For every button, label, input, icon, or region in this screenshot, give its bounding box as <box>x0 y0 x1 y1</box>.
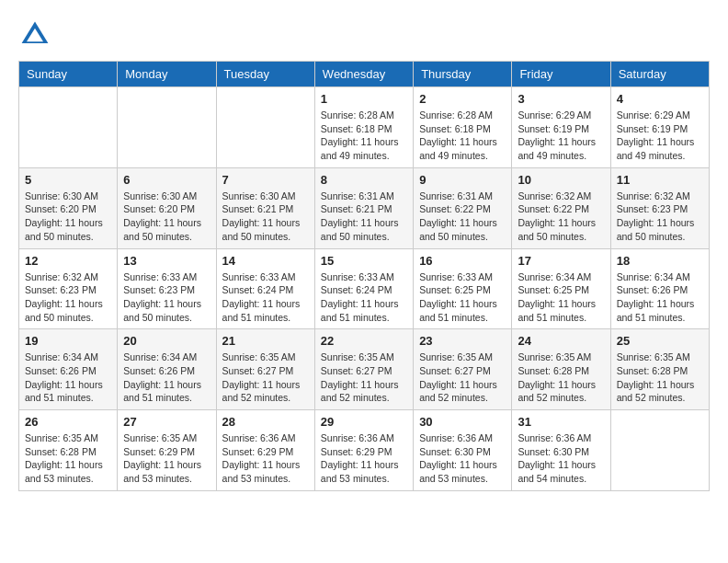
calendar-cell: 27Sunrise: 6:35 AM Sunset: 6:29 PM Dayli… <box>118 410 216 491</box>
day-info: Sunrise: 6:32 AM Sunset: 6:23 PM Dayligh… <box>25 270 111 325</box>
day-number: 20 <box>123 334 210 348</box>
day-info: Sunrise: 6:35 AM Sunset: 6:28 PM Dayligh… <box>518 350 604 405</box>
calendar-table: SundayMondayTuesdayWednesdayThursdayFrid… <box>18 61 710 491</box>
day-number: 26 <box>25 415 111 429</box>
day-number: 30 <box>419 415 506 429</box>
day-number: 14 <box>222 254 309 268</box>
calendar-cell: 6Sunrise: 6:30 AM Sunset: 6:20 PM Daylig… <box>118 167 216 248</box>
calendar-cell: 3Sunrise: 6:29 AM Sunset: 6:19 PM Daylig… <box>512 87 610 168</box>
calendar-cell: 4Sunrise: 6:29 AM Sunset: 6:19 PM Daylig… <box>610 87 709 168</box>
day-info: Sunrise: 6:34 AM Sunset: 6:25 PM Dayligh… <box>518 270 604 325</box>
day-info: Sunrise: 6:34 AM Sunset: 6:26 PM Dayligh… <box>617 270 703 325</box>
day-number: 29 <box>321 415 407 429</box>
weekday-header: Monday <box>118 62 216 87</box>
calendar-cell: 28Sunrise: 6:36 AM Sunset: 6:29 PM Dayli… <box>216 410 314 491</box>
day-number: 17 <box>518 254 604 268</box>
day-info: Sunrise: 6:35 AM Sunset: 6:27 PM Dayligh… <box>419 350 506 405</box>
day-info: Sunrise: 6:28 AM Sunset: 6:18 PM Dayligh… <box>419 109 506 163</box>
day-info: Sunrise: 6:33 AM Sunset: 6:25 PM Dayligh… <box>419 270 506 325</box>
calendar-cell: 15Sunrise: 6:33 AM Sunset: 6:24 PM Dayli… <box>314 248 413 329</box>
calendar-cell <box>610 410 709 491</box>
day-number: 7 <box>222 173 309 187</box>
calendar-cell: 30Sunrise: 6:36 AM Sunset: 6:30 PM Dayli… <box>414 410 512 491</box>
day-number: 27 <box>123 415 210 429</box>
day-number: 18 <box>617 254 703 268</box>
day-info: Sunrise: 6:29 AM Sunset: 6:19 PM Dayligh… <box>518 109 604 163</box>
weekday-header: Tuesday <box>216 62 314 87</box>
calendar-cell: 11Sunrise: 6:32 AM Sunset: 6:23 PM Dayli… <box>610 167 709 248</box>
calendar-week-row: 26Sunrise: 6:35 AM Sunset: 6:28 PM Dayli… <box>19 410 710 491</box>
day-info: Sunrise: 6:31 AM Sunset: 6:21 PM Dayligh… <box>321 190 407 244</box>
calendar-cell <box>19 87 118 168</box>
day-info: Sunrise: 6:30 AM Sunset: 6:21 PM Dayligh… <box>222 190 309 244</box>
day-number: 24 <box>518 334 604 348</box>
day-number: 16 <box>419 254 506 268</box>
calendar-cell: 24Sunrise: 6:35 AM Sunset: 6:28 PM Dayli… <box>512 329 610 410</box>
calendar-cell: 19Sunrise: 6:34 AM Sunset: 6:26 PM Dayli… <box>19 329 118 410</box>
weekday-header: Wednesday <box>314 62 413 87</box>
calendar-cell: 7Sunrise: 6:30 AM Sunset: 6:21 PM Daylig… <box>216 167 314 248</box>
calendar-cell: 22Sunrise: 6:35 AM Sunset: 6:27 PM Dayli… <box>314 329 413 410</box>
calendar-header-row: SundayMondayTuesdayWednesdayThursdayFrid… <box>19 62 710 87</box>
calendar-cell: 21Sunrise: 6:35 AM Sunset: 6:27 PM Dayli… <box>216 329 314 410</box>
day-info: Sunrise: 6:32 AM Sunset: 6:23 PM Dayligh… <box>617 190 703 244</box>
day-info: Sunrise: 6:33 AM Sunset: 6:24 PM Dayligh… <box>222 270 309 325</box>
day-number: 25 <box>617 334 703 348</box>
weekday-header: Saturday <box>610 62 709 87</box>
calendar-cell <box>216 87 314 168</box>
calendar-cell: 29Sunrise: 6:36 AM Sunset: 6:29 PM Dayli… <box>314 410 413 491</box>
day-info: Sunrise: 6:30 AM Sunset: 6:20 PM Dayligh… <box>25 190 111 244</box>
page-header <box>18 18 710 52</box>
calendar-cell: 16Sunrise: 6:33 AM Sunset: 6:25 PM Dayli… <box>414 248 512 329</box>
calendar-cell: 1Sunrise: 6:28 AM Sunset: 6:18 PM Daylig… <box>314 87 413 168</box>
day-info: Sunrise: 6:34 AM Sunset: 6:26 PM Dayligh… <box>25 350 111 405</box>
calendar-cell: 9Sunrise: 6:31 AM Sunset: 6:22 PM Daylig… <box>414 167 512 248</box>
day-number: 1 <box>321 92 407 106</box>
calendar-cell: 10Sunrise: 6:32 AM Sunset: 6:22 PM Dayli… <box>512 167 610 248</box>
calendar-cell: 5Sunrise: 6:30 AM Sunset: 6:20 PM Daylig… <box>19 167 118 248</box>
day-number: 2 <box>419 92 506 106</box>
calendar-cell: 2Sunrise: 6:28 AM Sunset: 6:18 PM Daylig… <box>414 87 512 168</box>
day-info: Sunrise: 6:35 AM Sunset: 6:27 PM Dayligh… <box>222 350 309 405</box>
calendar-cell: 26Sunrise: 6:35 AM Sunset: 6:28 PM Dayli… <box>19 410 118 491</box>
calendar-cell: 18Sunrise: 6:34 AM Sunset: 6:26 PM Dayli… <box>610 248 709 329</box>
calendar-cell <box>118 87 216 168</box>
day-info: Sunrise: 6:33 AM Sunset: 6:23 PM Dayligh… <box>123 270 210 325</box>
day-number: 9 <box>419 173 506 187</box>
day-number: 5 <box>25 173 111 187</box>
calendar-cell: 31Sunrise: 6:36 AM Sunset: 6:30 PM Dayli… <box>512 410 610 491</box>
day-info: Sunrise: 6:28 AM Sunset: 6:18 PM Dayligh… <box>321 109 407 163</box>
day-info: Sunrise: 6:29 AM Sunset: 6:19 PM Dayligh… <box>617 109 703 163</box>
calendar-week-row: 12Sunrise: 6:32 AM Sunset: 6:23 PM Dayli… <box>19 248 710 329</box>
day-number: 12 <box>25 254 111 268</box>
day-info: Sunrise: 6:35 AM Sunset: 6:28 PM Dayligh… <box>617 350 703 405</box>
day-number: 19 <box>25 334 111 348</box>
day-number: 28 <box>222 415 309 429</box>
day-info: Sunrise: 6:36 AM Sunset: 6:30 PM Dayligh… <box>419 431 506 486</box>
day-info: Sunrise: 6:34 AM Sunset: 6:26 PM Dayligh… <box>123 350 210 405</box>
day-info: Sunrise: 6:36 AM Sunset: 6:29 PM Dayligh… <box>222 431 309 486</box>
day-info: Sunrise: 6:30 AM Sunset: 6:20 PM Dayligh… <box>123 190 210 244</box>
calendar-cell: 25Sunrise: 6:35 AM Sunset: 6:28 PM Dayli… <box>610 329 709 410</box>
day-info: Sunrise: 6:32 AM Sunset: 6:22 PM Dayligh… <box>518 190 604 244</box>
day-number: 22 <box>321 334 407 348</box>
calendar-cell: 23Sunrise: 6:35 AM Sunset: 6:27 PM Dayli… <box>414 329 512 410</box>
day-info: Sunrise: 6:35 AM Sunset: 6:28 PM Dayligh… <box>25 431 111 486</box>
day-number: 6 <box>123 173 210 187</box>
calendar-cell: 8Sunrise: 6:31 AM Sunset: 6:21 PM Daylig… <box>314 167 413 248</box>
day-number: 3 <box>518 92 604 106</box>
day-number: 4 <box>617 92 703 106</box>
day-number: 11 <box>617 173 703 187</box>
day-number: 21 <box>222 334 309 348</box>
day-info: Sunrise: 6:33 AM Sunset: 6:24 PM Dayligh… <box>321 270 407 325</box>
day-number: 31 <box>518 415 604 429</box>
calendar-cell: 17Sunrise: 6:34 AM Sunset: 6:25 PM Dayli… <box>512 248 610 329</box>
calendar-cell: 14Sunrise: 6:33 AM Sunset: 6:24 PM Dayli… <box>216 248 314 329</box>
day-info: Sunrise: 6:35 AM Sunset: 6:29 PM Dayligh… <box>123 431 210 486</box>
calendar-week-row: 19Sunrise: 6:34 AM Sunset: 6:26 PM Dayli… <box>19 329 710 410</box>
day-info: Sunrise: 6:35 AM Sunset: 6:27 PM Dayligh… <box>321 350 407 405</box>
day-info: Sunrise: 6:36 AM Sunset: 6:30 PM Dayligh… <box>518 431 604 486</box>
calendar-week-row: 5Sunrise: 6:30 AM Sunset: 6:20 PM Daylig… <box>19 167 710 248</box>
weekday-header: Thursday <box>414 62 512 87</box>
day-info: Sunrise: 6:31 AM Sunset: 6:22 PM Dayligh… <box>419 190 506 244</box>
